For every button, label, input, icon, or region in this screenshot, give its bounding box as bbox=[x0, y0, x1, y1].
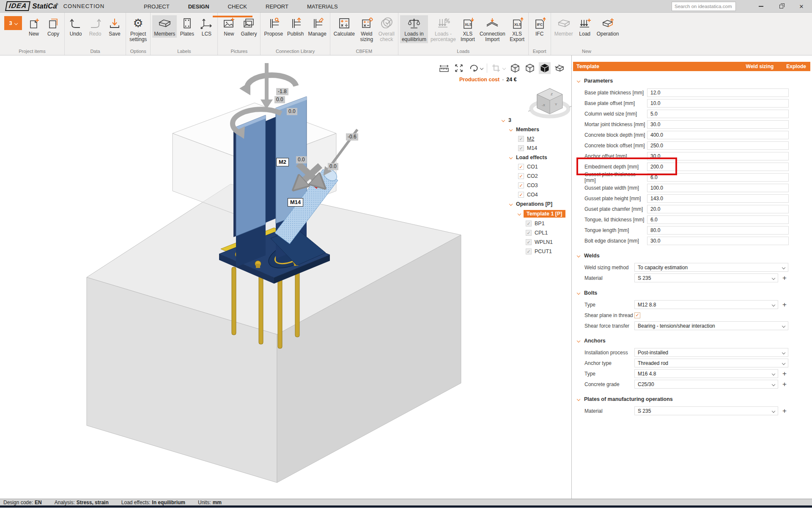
param-input[interactable] bbox=[647, 205, 789, 213]
checkbox-checked[interactable]: ✓ bbox=[518, 173, 524, 179]
weld-material-select[interactable]: S 235 bbox=[634, 273, 778, 282]
undo-button[interactable]: Undo bbox=[66, 15, 85, 38]
param-input[interactable] bbox=[647, 152, 789, 160]
add-concrete-grade-button[interactable]: + bbox=[781, 380, 788, 389]
param-input[interactable] bbox=[647, 237, 789, 245]
xls-export-button[interactable]: XLS Export bbox=[508, 15, 527, 43]
restore-button[interactable] bbox=[776, 2, 786, 11]
section-parameters[interactable]: Parameters bbox=[577, 77, 810, 85]
param-input[interactable] bbox=[647, 215, 789, 224]
tree-item-co2[interactable]: ✓CO2 bbox=[500, 171, 571, 181]
checkbox-checked[interactable]: ✓ bbox=[518, 164, 524, 170]
project-item-selector[interactable]: 3 bbox=[4, 16, 22, 30]
param-input[interactable] bbox=[647, 120, 789, 129]
shear-force-transfer-select[interactable]: Bearing - tension/shear interaction bbox=[634, 321, 788, 330]
new-load-button[interactable]: Load bbox=[576, 15, 594, 38]
checkbox-checked[interactable]: ✓ bbox=[518, 145, 524, 151]
transparent-view-button[interactable] bbox=[554, 62, 565, 74]
publish-button[interactable]: Publish bbox=[285, 15, 305, 38]
save-button[interactable]: Save bbox=[105, 15, 124, 38]
tree-section-members[interactable]: Members bbox=[500, 125, 571, 134]
section-bolts[interactable]: Bolts bbox=[577, 289, 810, 297]
ifc-export-button[interactable]: IFC bbox=[530, 15, 549, 38]
section-welds[interactable]: Welds bbox=[577, 252, 810, 260]
3d-scene[interactable] bbox=[0, 55, 572, 499]
3d-viewport[interactable]: Production cost - 24 € -X Y Z -1.8 0.0 0… bbox=[0, 55, 572, 499]
menu-check[interactable]: CHECK bbox=[228, 3, 247, 10]
zoom-fit-button[interactable] bbox=[453, 62, 465, 74]
copy-button[interactable]: Copy bbox=[44, 15, 63, 38]
plates-material-select[interactable]: S 235 bbox=[634, 406, 778, 415]
anchor-type-select[interactable]: Threaded rod bbox=[634, 359, 788, 367]
lcs-labels-button[interactable]: LCS bbox=[197, 15, 216, 38]
param-input[interactable] bbox=[647, 194, 789, 203]
anchor-bolt-type-select[interactable]: M16 4.8 bbox=[634, 369, 778, 378]
calculate-button[interactable]: Calculate bbox=[332, 15, 357, 38]
weld-sizing-button[interactable]: Weld sizing bbox=[357, 15, 376, 43]
menu-materials[interactable]: MATERIALS bbox=[307, 3, 338, 10]
rotate-view-button[interactable] bbox=[468, 62, 484, 74]
members-labels-button[interactable]: Members bbox=[152, 15, 177, 38]
checkbox-checked[interactable]: ✓ bbox=[526, 221, 532, 226]
checkbox-checked[interactable]: ✓ bbox=[526, 230, 532, 236]
tree-section-load-effects[interactable]: Load effects bbox=[500, 153, 571, 162]
search-input[interactable] bbox=[675, 4, 740, 9]
bolt-type-select[interactable]: M12 8.8 bbox=[634, 300, 778, 309]
solid-view-button[interactable] bbox=[539, 62, 551, 74]
param-input[interactable] bbox=[647, 99, 789, 108]
menu-design[interactable]: DESIGN bbox=[188, 3, 209, 10]
shear-plane-checkbox[interactable]: ✓ bbox=[634, 312, 640, 318]
new-picture-button[interactable]: New bbox=[219, 15, 238, 38]
checkbox-checked[interactable]: ✓ bbox=[518, 136, 524, 142]
tree-item-co1[interactable]: ✓CO1 bbox=[500, 162, 571, 171]
tree-item-co4[interactable]: ✓CO4 bbox=[500, 190, 571, 199]
add-bolt-type-button[interactable]: + bbox=[781, 301, 788, 309]
manage-button[interactable]: Manage bbox=[306, 15, 328, 38]
loads-in-equilibrium-button[interactable]: Loads in equilibrium bbox=[400, 15, 428, 43]
checkbox-checked[interactable]: ✓ bbox=[518, 192, 524, 198]
xls-import-button[interactable]: XLS Import bbox=[458, 15, 477, 43]
param-input[interactable] bbox=[647, 226, 789, 235]
section-anchors[interactable]: Anchors bbox=[577, 337, 810, 345]
tree-item-cpl1[interactable]: ✓CPL1 bbox=[500, 228, 571, 237]
tree-item-wpln1[interactable]: ✓WPLN1 bbox=[500, 237, 571, 247]
weld-sizing-link[interactable]: Weld sizing bbox=[746, 64, 774, 69]
search-box[interactable] bbox=[672, 2, 736, 11]
checkbox-checked[interactable]: ✓ bbox=[518, 182, 524, 188]
param-input[interactable] bbox=[647, 88, 789, 97]
tree-root[interactable]: 3 bbox=[500, 116, 571, 125]
param-input[interactable] bbox=[647, 131, 789, 139]
add-anchor-type-button[interactable]: + bbox=[781, 370, 788, 378]
weld-sizing-method-select[interactable]: To capacity estimation bbox=[634, 263, 788, 272]
tree-item-template1[interactable]: Template 1 [P] bbox=[500, 209, 571, 219]
minimize-button[interactable] bbox=[756, 2, 765, 11]
new-operation-button[interactable]: Operation bbox=[595, 15, 621, 38]
param-input[interactable] bbox=[647, 173, 789, 182]
param-input-embedment-depth[interactable] bbox=[647, 163, 789, 171]
tree-item-m2[interactable]: ✓M2 bbox=[500, 134, 571, 144]
project-settings-button[interactable]: ⚙Project settings bbox=[128, 15, 148, 43]
tree-item-co3[interactable]: ✓CO3 bbox=[500, 181, 571, 190]
new-project-item-button[interactable]: New bbox=[25, 15, 43, 38]
wireframe-view-button[interactable] bbox=[509, 62, 521, 74]
tree-section-operations[interactable]: Operations [P] bbox=[500, 199, 571, 209]
tree-item-m14[interactable]: ✓M14 bbox=[500, 144, 571, 153]
param-input[interactable] bbox=[647, 141, 789, 150]
measure-button[interactable] bbox=[438, 62, 450, 74]
plates-labels-button[interactable]: Plates bbox=[178, 15, 196, 38]
hidden-lines-view-button[interactable] bbox=[524, 62, 536, 74]
param-input[interactable] bbox=[647, 184, 789, 192]
connection-import-button[interactable]: Connection Import bbox=[478, 15, 507, 43]
propose-button[interactable]: Propose bbox=[262, 15, 285, 38]
installation-process-select[interactable]: Post-installed bbox=[634, 348, 788, 357]
concrete-grade-select[interactable]: C25/30 bbox=[634, 380, 778, 389]
add-material-button[interactable]: + bbox=[781, 274, 788, 282]
param-input[interactable] bbox=[647, 110, 789, 118]
checkbox-checked[interactable]: ✓ bbox=[526, 248, 532, 254]
checkbox-checked[interactable]: ✓ bbox=[526, 239, 532, 245]
gallery-button[interactable]: Gallery bbox=[239, 15, 258, 38]
explode-link[interactable]: Explode bbox=[786, 64, 806, 69]
tree-item-bp1[interactable]: ✓BP1 bbox=[500, 219, 571, 228]
menu-project[interactable]: PROJECT bbox=[144, 3, 170, 10]
tree-item-pcut1[interactable]: ✓PCUT1 bbox=[500, 247, 571, 256]
